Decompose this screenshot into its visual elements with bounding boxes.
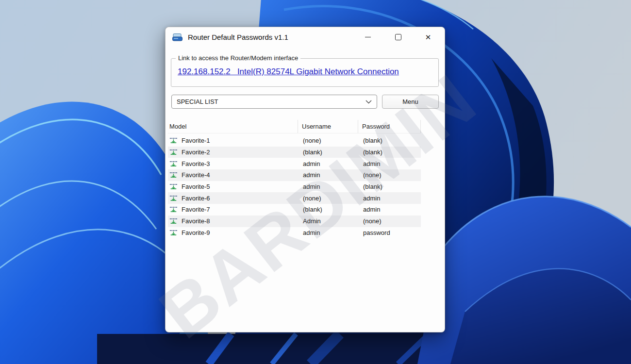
- table-row[interactable]: Favorite-5 admin (blank): [168, 181, 421, 193]
- model-cell: Favorite-5: [168, 183, 298, 190]
- router-item-icon: [169, 183, 178, 190]
- table-row[interactable]: Favorite-3 admin admin: [168, 158, 421, 169]
- list-selector-dropdown[interactable]: SPECIAL LIST: [171, 95, 377, 109]
- chevron-down-icon: [365, 100, 372, 104]
- window-title: Router Default Passwords v1.1: [188, 33, 288, 41]
- password-cell: password: [358, 229, 421, 236]
- model-cell: Favorite-2: [168, 149, 298, 156]
- model-cell-label: Favorite-7: [182, 206, 210, 213]
- table-header: Model Username Password: [168, 120, 421, 133]
- model-cell: Favorite-4: [168, 171, 298, 179]
- table-row[interactable]: Favorite-7 (blank) admin: [168, 204, 421, 215]
- table-row[interactable]: Favorite-2 (blank) (blank): [168, 147, 421, 158]
- model-cell-label: Favorite-8: [182, 217, 210, 225]
- password-cell: admin: [358, 160, 421, 167]
- model-cell: Favorite-8: [168, 217, 298, 225]
- titlebar: Router Default Passwords v1.1 ✕: [166, 27, 445, 47]
- username-cell: (none): [298, 195, 358, 202]
- table-row[interactable]: Favorite-4 admin (none): [168, 169, 421, 181]
- router-item-icon: [169, 171, 178, 179]
- router-item-icon: [169, 206, 178, 213]
- maximize-button[interactable]: [387, 28, 409, 47]
- list-selector-value: SPECIAL LIST: [177, 98, 365, 105]
- column-header-username[interactable]: Username: [298, 120, 358, 133]
- model-cell-label: Favorite-2: [182, 149, 210, 156]
- router-item-icon: [169, 149, 178, 156]
- password-cell: (blank): [358, 183, 421, 190]
- username-cell: Admin: [298, 217, 358, 225]
- username-cell: admin: [298, 183, 358, 190]
- router-interface-link[interactable]: 192.168.152.2 Intel(R) 82574L Gigabit Ne…: [178, 67, 399, 77]
- username-cell: admin: [298, 171, 358, 179]
- model-cell-label: Favorite-3: [182, 160, 210, 167]
- model-cell: Favorite-1: [168, 137, 298, 144]
- desktop: Router Default Passwords v1.1 ✕ Link to …: [0, 0, 631, 364]
- maximize-icon: [395, 34, 401, 40]
- controls-row: SPECIAL LIST Menu: [171, 95, 439, 109]
- router-app-icon: [172, 33, 183, 42]
- password-cell: (blank): [358, 137, 421, 144]
- link-groupbox-label: Link to access the Router/Modem interfac…: [176, 54, 300, 62]
- minimize-icon: [365, 37, 371, 37]
- password-cell: (none): [358, 217, 421, 225]
- password-cell: (blank): [358, 149, 421, 156]
- close-icon: ✕: [425, 33, 432, 41]
- model-cell: Favorite-6: [168, 195, 298, 202]
- close-button[interactable]: ✕: [417, 28, 439, 47]
- model-cell-label: Favorite-5: [182, 183, 210, 190]
- router-item-icon: [169, 137, 178, 144]
- password-cell: admin: [358, 195, 421, 202]
- table-row[interactable]: Favorite-1 (none) (blank): [168, 135, 421, 147]
- router-item-icon: [169, 217, 178, 225]
- table-row[interactable]: Favorite-8 Admin (none): [168, 215, 421, 227]
- username-cell: (none): [298, 137, 358, 144]
- password-cell: admin: [358, 206, 421, 213]
- model-cell: Favorite-3: [168, 160, 298, 167]
- password-table: Model Username Password: [168, 120, 421, 238]
- table-row[interactable]: Favorite-9 admin password: [168, 227, 421, 239]
- model-cell-label: Favorite-1: [182, 137, 210, 144]
- model-cell-label: Favorite-9: [182, 229, 210, 236]
- menu-button[interactable]: Menu: [382, 95, 439, 109]
- model-cell: Favorite-7: [168, 206, 298, 213]
- username-cell: (blank): [298, 206, 358, 213]
- column-header-password[interactable]: Password: [358, 120, 421, 133]
- password-cell: (none): [358, 171, 421, 179]
- username-cell: (blank): [298, 149, 358, 156]
- minimize-button[interactable]: [357, 28, 379, 47]
- table-body: Favorite-1 (none) (blank): [168, 135, 421, 238]
- router-item-icon: [169, 195, 178, 202]
- app-window: Router Default Passwords v1.1 ✕ Link to …: [165, 27, 445, 332]
- router-item-icon: [169, 160, 178, 167]
- model-cell-label: Favorite-6: [182, 195, 210, 202]
- table-row[interactable]: Favorite-6 (none) admin: [168, 192, 421, 204]
- link-groupbox: Link to access the Router/Modem interfac…: [171, 58, 439, 87]
- column-header-model[interactable]: Model: [168, 120, 298, 133]
- model-cell: Favorite-9: [168, 229, 298, 236]
- router-item-icon: [169, 229, 178, 236]
- model-cell-label: Favorite-4: [182, 171, 210, 179]
- username-cell: admin: [298, 229, 358, 236]
- username-cell: admin: [298, 160, 358, 167]
- caption-buttons: ✕: [357, 27, 439, 47]
